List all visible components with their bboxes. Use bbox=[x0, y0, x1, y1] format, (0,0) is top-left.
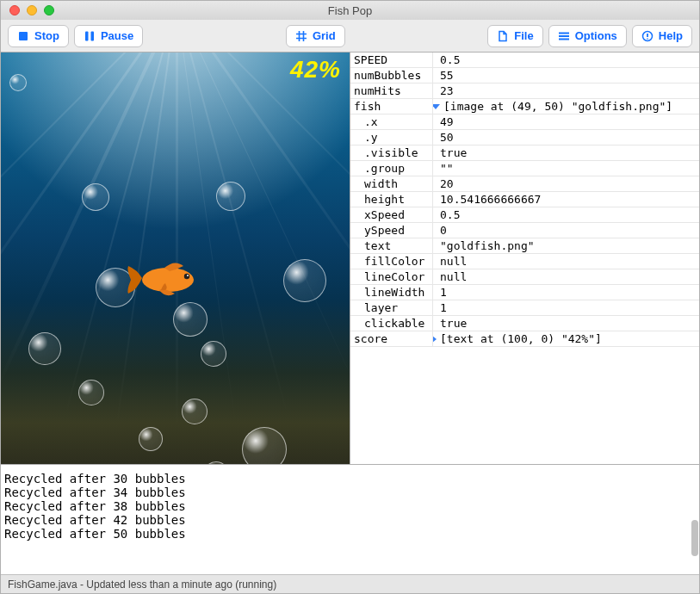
inspector-row[interactable]: score[text at (100, 0) "42%"] bbox=[350, 331, 699, 347]
inspector-prop-name: height bbox=[350, 192, 433, 207]
console-line: Recycled after 38 bubbles bbox=[4, 499, 696, 513]
file-button[interactable]: File bbox=[487, 25, 542, 47]
inspector-row[interactable]: clickabletrue bbox=[350, 316, 699, 331]
inspector-prop-name: width bbox=[350, 176, 433, 191]
inspector-row[interactable]: .y50 bbox=[350, 130, 699, 145]
light-rays bbox=[1, 53, 350, 464]
traffic-lights bbox=[9, 5, 54, 15]
inspector-row[interactable]: layer1 bbox=[350, 300, 699, 316]
options-button[interactable]: Options bbox=[548, 25, 627, 47]
inspector-prop-value: 23 bbox=[433, 84, 699, 98]
inspector-row[interactable]: ySpeed0 bbox=[350, 223, 699, 238]
grid-label: Grid bbox=[313, 29, 336, 42]
inspector-prop-value: 20 bbox=[433, 176, 699, 191]
disclosure-down-icon[interactable] bbox=[433, 104, 440, 109]
console-line: Recycled after 34 bubbles bbox=[4, 486, 696, 499]
inspector-row[interactable]: height10.541666666667 bbox=[350, 192, 699, 207]
close-icon[interactable] bbox=[9, 5, 20, 15]
inspector-prop-name: .x bbox=[350, 114, 433, 129]
minimize-icon[interactable] bbox=[27, 5, 37, 15]
window-title: Fish Pop bbox=[328, 4, 372, 17]
inspector-prop-name: lineWidth bbox=[350, 285, 433, 300]
goldfish-image bbox=[127, 261, 199, 302]
console-panel[interactable]: Recycled after 30 bubblesRecycled after … bbox=[1, 464, 699, 574]
svg-point-5 bbox=[142, 268, 194, 292]
inspector-row[interactable]: numHits23 bbox=[350, 84, 699, 99]
file-label: File bbox=[514, 29, 533, 42]
inspector-row[interactable]: xSpeed0.5 bbox=[350, 207, 699, 223]
bubble bbox=[182, 399, 208, 424]
inspector-prop-name: fillColor bbox=[350, 254, 433, 269]
pause-label: Pause bbox=[101, 29, 133, 42]
inspector-prop-name: .group bbox=[350, 161, 433, 176]
inspector-prop-value: 1 bbox=[433, 285, 699, 300]
inspector-prop-name: score bbox=[350, 331, 433, 346]
svg-rect-1 bbox=[85, 31, 89, 40]
bubble bbox=[28, 332, 61, 365]
inspector-row[interactable]: fish[image at (49, 50) "goldfish.png"] bbox=[350, 99, 699, 114]
scrollbar-thumb[interactable] bbox=[691, 520, 698, 556]
inspector-panel[interactable]: SPEED0.5numBubbles55numHits23fish[image … bbox=[350, 53, 699, 464]
bubble bbox=[201, 341, 226, 367]
inspector-prop-name: numBubbles bbox=[350, 68, 433, 83]
bubble bbox=[82, 183, 109, 211]
inspector-prop-value: 1 bbox=[433, 300, 699, 315]
console-line: Recycled after 50 bubbles bbox=[4, 527, 696, 541]
stop-button[interactable]: Stop bbox=[8, 25, 69, 47]
inspector-prop-value: "goldfish.png" bbox=[433, 238, 699, 253]
svg-point-4 bbox=[647, 38, 648, 40]
inspector-row[interactable]: text"goldfish.png" bbox=[350, 238, 699, 254]
stop-label: Stop bbox=[34, 29, 59, 42]
pause-icon bbox=[84, 30, 96, 42]
inspector-prop-name: fish bbox=[350, 99, 433, 114]
inspector-prop-value: 0.5 bbox=[433, 207, 699, 222]
inspector-prop-name: clickable bbox=[350, 316, 433, 331]
score-text: 42% bbox=[290, 56, 341, 84]
inspector-row[interactable]: .visibletrue bbox=[350, 145, 699, 161]
grid-button[interactable]: Grid bbox=[286, 25, 345, 47]
inspector-prop-value: [text at (100, 0) "42%"] bbox=[433, 331, 699, 346]
inspector-prop-value: null bbox=[433, 254, 699, 269]
zoom-icon[interactable] bbox=[44, 5, 54, 15]
inspector-prop-name: .visible bbox=[350, 145, 433, 160]
inspector-prop-name: ySpeed bbox=[350, 223, 433, 238]
inspector-row[interactable]: lineColornull bbox=[350, 269, 699, 285]
inspector-prop-name: SPEED bbox=[350, 53, 433, 67]
bubble bbox=[173, 302, 208, 337]
inspector-row[interactable]: lineWidth1 bbox=[350, 285, 699, 300]
inspector-row[interactable]: .x49 bbox=[350, 114, 699, 130]
inspector-prop-value: 0.5 bbox=[433, 53, 699, 67]
console-line: Recycled after 42 bubbles bbox=[4, 513, 696, 527]
toolbar: Stop Pause Grid File Options bbox=[1, 20, 699, 53]
svg-rect-2 bbox=[90, 31, 94, 40]
inspector-row[interactable]: fillColornull bbox=[350, 254, 699, 269]
inspector-row[interactable]: numBubbles55 bbox=[350, 68, 699, 84]
bubble bbox=[139, 427, 163, 451]
disclosure-right-icon[interactable] bbox=[433, 335, 437, 343]
game-canvas[interactable]: 42% bbox=[1, 53, 350, 464]
pause-button[interactable]: Pause bbox=[74, 25, 143, 47]
bubble bbox=[9, 74, 27, 91]
stop-icon bbox=[17, 30, 29, 42]
help-button[interactable]: Help bbox=[632, 25, 692, 47]
inspector-prop-value: 10.541666666667 bbox=[433, 192, 699, 207]
console-line: Recycled after 30 bubbles bbox=[4, 472, 696, 486]
inspector-prop-value: true bbox=[433, 145, 699, 160]
inspector-row[interactable]: .group"" bbox=[350, 161, 699, 176]
inspector-prop-value: 0 bbox=[433, 223, 699, 238]
inspector-prop-name: xSpeed bbox=[350, 207, 433, 222]
grid-icon bbox=[295, 30, 307, 42]
inspector-prop-name: layer bbox=[350, 300, 433, 315]
inspector-prop-value: true bbox=[433, 316, 699, 331]
options-icon bbox=[558, 30, 570, 42]
inspector-row[interactable]: width20 bbox=[350, 176, 699, 192]
inspector-prop-value: 50 bbox=[433, 130, 699, 145]
inspector-prop-value: 49 bbox=[433, 114, 699, 129]
inspector-prop-value: "" bbox=[433, 161, 699, 176]
inspector-prop-value: 55 bbox=[433, 68, 699, 83]
bubble bbox=[216, 182, 245, 211]
svg-point-7 bbox=[187, 275, 189, 276]
file-icon bbox=[497, 30, 509, 42]
options-label: Options bbox=[575, 29, 617, 42]
inspector-row[interactable]: SPEED0.5 bbox=[350, 53, 699, 68]
